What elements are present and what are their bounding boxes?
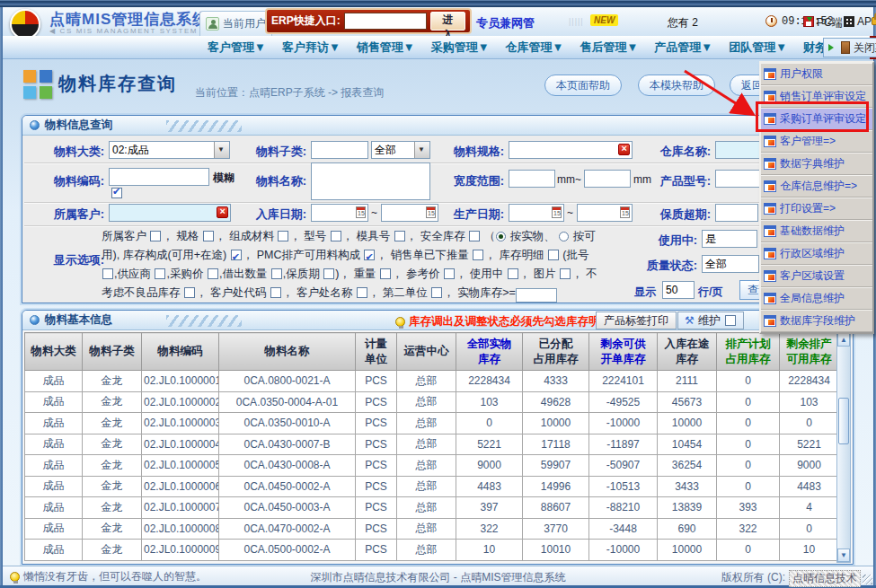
option-checkbox[interactable] [270,287,281,298]
table-row[interactable]: 成品金龙02.JL0.10000050CA.0430-0008-APCS总部90… [25,455,839,477]
menu-item-9[interactable]: 行政区域维护 [761,242,872,265]
clear-spec-icon[interactable] [618,144,630,155]
option-checkbox[interactable] [380,268,391,279]
erp-shortcut-input[interactable] [344,13,427,30]
menu-item-1[interactable]: 用户权限 [761,63,872,85]
menu-item-6[interactable]: 仓库信息维护=> [761,175,872,197]
calendar-icon[interactable] [356,206,366,218]
table-row[interactable]: 成品金龙02.JL0.10000070CA.0450-0003-APCS总部39… [25,497,839,519]
nav-item-8[interactable]: 团队管理▼ [721,36,795,59]
close-menu-button[interactable]: 关闭菜单 [823,38,876,57]
option-checkbox[interactable] [150,231,161,241]
in-use-value[interactable]: 是 [702,230,757,248]
maintain-checkbox[interactable] [725,315,736,326]
option-radio[interactable] [559,232,569,241]
menu-item-10[interactable]: 客户区域设置 [761,265,872,287]
material-category-select[interactable]: 02:成品 [109,141,230,159]
option-checkbox[interactable] [208,268,218,279]
column-header-2[interactable]: 物料子类 [83,333,142,371]
option-checkbox[interactable] [102,268,113,279]
column-header-3[interactable]: 物料编码 [142,333,219,371]
nav-item-1[interactable]: 客户管理▼ [199,36,274,59]
option-checkbox[interactable] [278,231,288,241]
column-header-12[interactable]: 剩余排产 可用库存 [780,333,839,371]
option-checkbox[interactable] [560,268,571,279]
quality-status-value[interactable]: 全部 [702,255,759,273]
nav-item-2[interactable]: 客户拜访▼ [274,36,349,59]
width-min-input[interactable] [509,170,555,188]
page-help-button[interactable]: 本页面帮助 [544,75,622,96]
column-header-11[interactable]: 排产计划 占用库存 [717,333,780,371]
table-row[interactable]: 成品金龙02.JL0.10000090CA.0500-0002-APCS总部10… [25,540,839,561]
pc-client-label[interactable]: PC端 [817,15,843,31]
scrollbar-thumb[interactable] [838,398,849,444]
table-row[interactable]: 成品金龙02.JL0.10000010CA.0800-0021-APCS总部22… [25,371,839,392]
option-checkbox[interactable] [394,231,405,241]
column-header-10[interactable]: 入库在途 库存 [658,333,717,371]
column-header-8[interactable]: 已分配 占用库存 [523,333,589,371]
shelf-overdue-input[interactable] [715,204,758,222]
menu-item-4[interactable]: 客户管理=> [761,130,872,153]
customer-input[interactable] [109,204,231,222]
table-row[interactable]: 成品金龙02.JL0.10000040CA.0430-0007-BPCS总部52… [25,434,839,455]
option-checkbox[interactable] [155,268,165,279]
physical-stock-input[interactable] [516,288,557,303]
rows-per-page-input[interactable] [662,281,695,299]
menu-item-5[interactable]: 数据字典维护 [761,153,872,175]
width-max-input[interactable] [584,170,631,188]
scroll-up-icon[interactable]: ▲ [837,333,850,347]
option-checkbox[interactable] [508,268,518,279]
option-checkbox[interactable] [444,268,455,279]
erp-go-button[interactable]: 进入 [430,12,465,31]
material-code-input[interactable] [109,168,209,186]
messages-count[interactable]: 您有 2 [668,15,698,31]
option-checkbox[interactable] [323,268,334,279]
new-badge[interactable]: NEW [590,14,618,26]
table-row[interactable]: 成品金龙02.JL0.10000060CA.0450-0002-APCS总部44… [25,476,839,497]
nav-item-7[interactable]: 产品管理▼ [646,36,721,59]
table-scrollbar[interactable]: ▲ ▼ [836,332,851,563]
option-checkbox[interactable] [548,250,559,260]
nav-item-4[interactable]: 采购管理▼ [423,36,498,59]
resize-grip[interactable] [863,575,872,584]
table-row[interactable]: 成品金龙02.JL0.10000020CA.0350-0004-A-01PCS总… [25,391,839,413]
column-header-4[interactable]: 物料名称 [219,333,356,371]
fuzzy-checkbox[interactable] [111,188,122,198]
menu-item-12[interactable]: 数据库字段维护 [761,310,872,332]
option-checkbox[interactable] [364,250,375,260]
current-user-tab[interactable]: 当前用户 [199,11,272,36]
module-help-button[interactable]: 本模块帮助 [638,75,715,96]
column-header-6[interactable]: 运营中心 [397,333,456,371]
nav-item-6[interactable]: 售后管理▼ [571,36,646,59]
calendar-icon[interactable] [620,206,630,218]
option-checkbox[interactable] [357,287,367,298]
calendar-icon[interactable] [552,206,562,218]
option-checkbox[interactable] [431,287,442,298]
maintain-button[interactable]: ⚒ 维护 [677,312,744,329]
material-name-input[interactable] [311,162,430,200]
option-checkbox[interactable] [469,231,480,241]
option-checkbox[interactable] [331,231,341,241]
print-label-button[interactable]: 产品标签打印 [596,312,677,329]
material-subcategory-input[interactable] [311,141,368,159]
nav-item-3[interactable]: 销售管理▼ [349,36,423,59]
table-row[interactable]: 成品金龙02.JL0.10000080CA.0470-0002-APCS总部32… [25,518,839,540]
copyright-owner[interactable]: 点晴信息技术 [789,570,861,587]
option-checkbox[interactable] [231,250,242,260]
material-subcategory-select[interactable]: 全部 [371,141,430,159]
scroll-down-icon[interactable]: ▼ [837,549,850,562]
table-row[interactable]: 成品金龙02.JL0.10000030CA.0350-0010-APCS总部01… [25,413,839,434]
column-header-9[interactable]: 剩余可供 开单库存 [589,333,658,371]
nav-item-5[interactable]: 仓库管理▼ [498,36,572,59]
material-spec-input[interactable] [509,141,633,159]
menu-item-8[interactable]: 基础数据维护 [761,220,872,242]
column-header-1[interactable]: 物料大类 [25,333,83,371]
option-checkbox[interactable] [271,268,282,279]
option-radio[interactable] [496,232,506,241]
option-checkbox[interactable] [473,250,483,260]
option-checkbox[interactable] [203,231,214,241]
option-checkbox[interactable] [184,287,195,298]
menu-item-11[interactable]: 全局信息维护 [761,287,872,310]
column-header-7[interactable]: 全部实物 库存 [456,333,523,371]
column-header-5[interactable]: 计量 单位 [356,333,397,371]
